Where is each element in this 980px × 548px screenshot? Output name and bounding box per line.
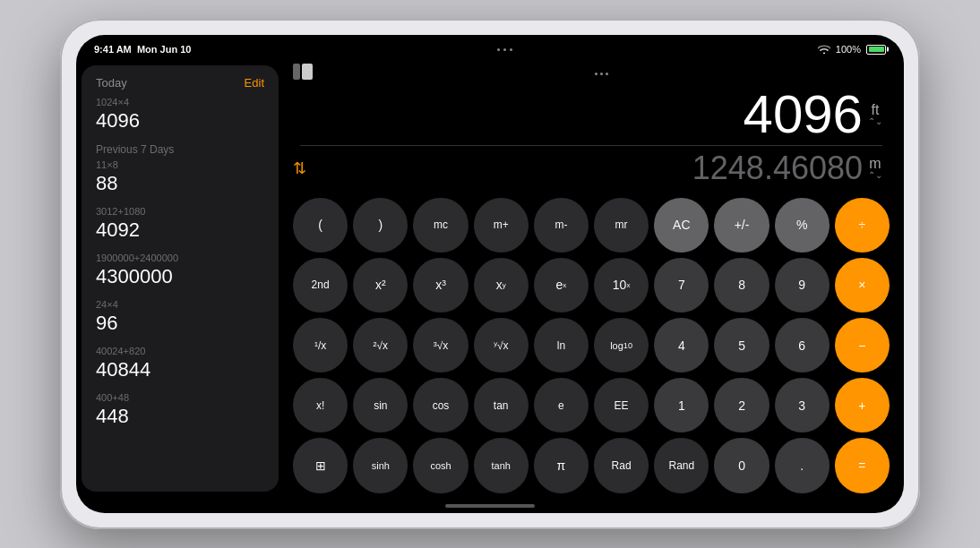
history-expression: 1024×4 bbox=[96, 97, 264, 107]
button-row-4: x! sin cos tan e EE 1 2 3 + bbox=[293, 378, 890, 432]
btn-1-over-x[interactable]: ¹/x bbox=[293, 318, 348, 372]
btn-sqrt-y[interactable]: ʸ√x bbox=[474, 318, 529, 372]
secondary-unit-chevrons: ⌃⌄ bbox=[868, 171, 882, 180]
main-content: Today Edit 1024×4 4096 Previous 7 Days 1… bbox=[76, 60, 904, 497]
battery-text: 100% bbox=[836, 44, 861, 55]
btn-9[interactable]: 9 bbox=[775, 258, 830, 313]
history-result: 4096 bbox=[96, 109, 264, 133]
btn-subtract[interactable]: − bbox=[835, 318, 890, 372]
btn-pi[interactable]: π bbox=[534, 438, 589, 492]
primary-unit: ft bbox=[872, 103, 880, 117]
btn-2[interactable]: 2 bbox=[714, 378, 769, 432]
home-bar bbox=[445, 504, 535, 508]
btn-cosh[interactable]: cosh bbox=[413, 438, 468, 492]
btn-sin[interactable]: sin bbox=[353, 378, 408, 432]
display-secondary: 1248.46080 m ⌃⌄ bbox=[300, 150, 882, 187]
btn-m-plus[interactable]: m+ bbox=[474, 198, 529, 253]
history-list: 1024×4 4096 Previous 7 Days 11×8 88 3012… bbox=[82, 97, 279, 492]
btn-close-paren[interactable]: ) bbox=[353, 198, 408, 253]
status-center bbox=[497, 48, 512, 51]
btn-equals[interactable]: = bbox=[835, 438, 890, 492]
btn-rand[interactable]: Rand bbox=[654, 438, 709, 492]
btn-x-y[interactable]: xy bbox=[474, 258, 529, 313]
date-text: Mon Jun 10 bbox=[137, 44, 192, 55]
calc-display: 4096 ft ⌃⌄ ⇅ 1248.46080 m ⌃ bbox=[286, 88, 897, 194]
toolbar-dots bbox=[313, 73, 890, 75]
history-item-prev-0: 11×8 88 bbox=[96, 159, 264, 195]
btn-ee[interactable]: EE bbox=[594, 378, 649, 432]
wifi-icon bbox=[818, 45, 830, 54]
status-bar: 9:41 AM Mon Jun 10 100% bbox=[76, 35, 904, 60]
btn-10-x[interactable]: 10x bbox=[594, 258, 649, 313]
btn-7[interactable]: 7 bbox=[654, 258, 709, 313]
btn-ac[interactable]: AC bbox=[654, 198, 709, 253]
btn-calculator-icon[interactable]: ⊞ bbox=[293, 438, 348, 492]
btn-open-paren[interactable]: ( bbox=[293, 198, 348, 253]
btn-factorial[interactable]: x! bbox=[293, 378, 348, 432]
sidebar-header: Today Edit bbox=[82, 65, 279, 97]
home-indicator bbox=[76, 497, 904, 513]
history-result: 448 bbox=[96, 405, 264, 428]
button-row-3: ¹/x ²√x ³√x ʸ√x ln log10 4 5 6 − bbox=[293, 318, 890, 372]
btn-tan[interactable]: tan bbox=[474, 378, 529, 432]
edit-button[interactable]: Edit bbox=[245, 76, 264, 90]
svg-rect-0 bbox=[293, 64, 300, 80]
primary-unit-group: ft ⌃⌄ bbox=[868, 103, 882, 126]
btn-sqrt3[interactable]: ³√x bbox=[413, 318, 468, 372]
today-label: Today bbox=[96, 76, 127, 90]
btn-mc[interactable]: mc bbox=[413, 198, 468, 253]
btn-sqrt2[interactable]: ²√x bbox=[353, 318, 408, 372]
btn-m-minus[interactable]: m- bbox=[534, 198, 589, 253]
history-expression: 1900000+2400000 bbox=[96, 253, 264, 263]
btn-1[interactable]: 1 bbox=[654, 378, 709, 432]
battery-icon bbox=[866, 45, 886, 55]
btn-divide[interactable]: ÷ bbox=[835, 198, 890, 253]
btn-0[interactable]: 0 bbox=[714, 438, 769, 492]
btn-6[interactable]: 6 bbox=[775, 318, 830, 372]
history-item-prev-5: 400+48 448 bbox=[96, 392, 264, 428]
time-text: 9:41 AM bbox=[94, 44, 132, 55]
status-right: 100% bbox=[818, 44, 886, 55]
history-result: 4092 bbox=[96, 218, 264, 242]
btn-rad[interactable]: Rad bbox=[594, 438, 649, 492]
ipad-frame: 9:41 AM Mon Jun 10 100% bbox=[60, 19, 920, 529]
history-expression: 3012+1080 bbox=[96, 206, 264, 217]
sidebar-toggle-button[interactable] bbox=[293, 64, 313, 84]
secondary-unit-group: m ⌃⌄ bbox=[868, 157, 882, 180]
btn-tanh[interactable]: tanh bbox=[474, 438, 529, 492]
history-item-prev-4: 40024+820 40844 bbox=[96, 346, 264, 381]
btn-add[interactable]: + bbox=[835, 378, 890, 432]
btn-ln[interactable]: ln bbox=[534, 318, 589, 372]
button-row-5: ⊞ sinh cosh tanh π Rad Rand 0 . = bbox=[293, 438, 890, 492]
svg-rect-1 bbox=[302, 64, 313, 80]
history-result: 4300000 bbox=[96, 265, 264, 288]
btn-e[interactable]: e bbox=[534, 378, 589, 432]
history-expression: 24×4 bbox=[96, 299, 264, 310]
btn-3[interactable]: 3 bbox=[775, 378, 830, 432]
unit-chevrons: ⌃⌄ bbox=[868, 117, 882, 126]
btn-2nd[interactable]: 2nd bbox=[293, 258, 348, 313]
btn-x-cubed[interactable]: x³ bbox=[413, 258, 468, 313]
btn-4[interactable]: 4 bbox=[654, 318, 709, 372]
btn-cos[interactable]: cos bbox=[413, 378, 468, 432]
btn-8[interactable]: 8 bbox=[714, 258, 769, 313]
sidebar-toggle-icon bbox=[293, 64, 313, 80]
btn-sinh[interactable]: sinh bbox=[353, 438, 408, 492]
btn-decimal[interactable]: . bbox=[775, 438, 830, 492]
secondary-unit: m bbox=[869, 157, 881, 171]
ipad-screen: 9:41 AM Mon Jun 10 100% bbox=[76, 35, 904, 513]
display-divider bbox=[300, 145, 882, 146]
button-row-2: 2nd x² x³ xy ex 10x 7 8 9 × bbox=[293, 258, 890, 313]
btn-5[interactable]: 5 bbox=[714, 318, 769, 372]
btn-e-x[interactable]: ex bbox=[534, 258, 589, 313]
button-row-1: ( ) mc m+ m- mr AC +/- % ÷ bbox=[293, 198, 890, 253]
history-result: 40844 bbox=[96, 358, 264, 381]
status-time: 9:41 AM Mon Jun 10 bbox=[94, 44, 191, 55]
btn-mr[interactable]: mr bbox=[594, 198, 649, 253]
btn-log10[interactable]: log10 bbox=[594, 318, 649, 372]
btn-x-squared[interactable]: x² bbox=[353, 258, 408, 313]
btn-percent[interactable]: % bbox=[775, 198, 830, 253]
btn-multiply[interactable]: × bbox=[835, 258, 890, 313]
history-result: 88 bbox=[96, 172, 264, 195]
btn-plus-minus[interactable]: +/- bbox=[714, 198, 769, 253]
